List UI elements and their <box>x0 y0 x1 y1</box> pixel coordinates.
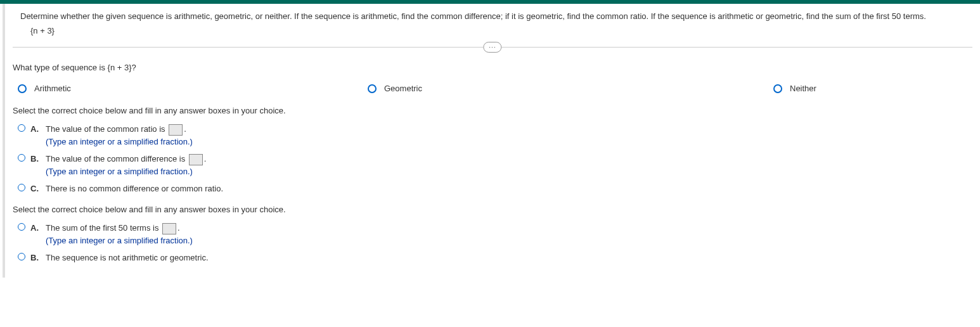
option-neither[interactable]: Neither <box>773 84 816 93</box>
choice-hint: (Type an integer or a simplified fractio… <box>46 236 972 245</box>
option-label: Geometric <box>384 84 422 93</box>
part2-instruction: Select the correct choice below and fill… <box>13 106 972 115</box>
part3-choice-a[interactable]: A. The sum of the first 50 terms is . (T… <box>13 223 972 245</box>
radio-icon <box>18 124 25 132</box>
radio-icon <box>18 184 25 191</box>
section-divider: ··· <box>13 47 972 48</box>
choice-text: There is no common difference or common … <box>46 184 223 193</box>
part2-choice-b[interactable]: B. The value of the common difference is… <box>13 154 972 176</box>
question-prompt: Determine whether the given sequence is … <box>13 11 972 21</box>
sequence-type-options: Arithmetic Geometric Neither <box>13 84 972 93</box>
choice-hint: (Type an integer or a simplified fractio… <box>46 137 972 146</box>
choice-text: The sequence is not arithmetic or geomet… <box>46 253 209 262</box>
choice-text-before: The sum of the first 50 terms is <box>46 223 161 233</box>
choice-text-after: . <box>177 223 180 233</box>
option-arithmetic[interactable]: Arithmetic <box>13 84 368 93</box>
radio-icon <box>18 223 25 231</box>
expand-button[interactable]: ··· <box>483 42 501 53</box>
choice-letter: B. <box>30 253 42 262</box>
common-difference-input[interactable] <box>189 154 203 165</box>
part2-choice-a[interactable]: A. The value of the common ratio is . (T… <box>13 124 972 146</box>
option-geometric[interactable]: Geometric <box>368 84 773 93</box>
question-content: Determine whether the given sequence is … <box>3 4 980 278</box>
option-label: Arithmetic <box>34 84 71 93</box>
radio-icon <box>18 253 25 260</box>
sum-input[interactable] <box>162 223 176 234</box>
common-ratio-input[interactable] <box>169 124 183 136</box>
choice-text-after: . <box>184 124 186 134</box>
choice-letter: A. <box>30 124 42 134</box>
option-label: Neither <box>790 84 816 93</box>
choice-text-before: The value of the common ratio is <box>46 124 167 134</box>
sequence-expression: {n + 3} <box>13 26 972 35</box>
radio-icon <box>18 84 27 93</box>
choice-letter: C. <box>30 184 42 193</box>
part2-choice-c[interactable]: C. There is no common difference or comm… <box>13 184 972 193</box>
part3-instruction: Select the correct choice below and fill… <box>13 205 972 214</box>
radio-icon <box>18 154 25 162</box>
radio-icon <box>773 84 782 93</box>
choice-text-before: The value of the common difference is <box>46 154 188 164</box>
choice-text-after: . <box>204 154 207 164</box>
choice-letter: A. <box>30 223 42 233</box>
part3-choice-b[interactable]: B. The sequence is not arithmetic or geo… <box>13 253 972 262</box>
choice-hint: (Type an integer or a simplified fractio… <box>46 167 972 176</box>
radio-icon <box>368 84 377 93</box>
choice-letter: B. <box>30 154 42 164</box>
part1-question: What type of sequence is {n + 3}? <box>13 63 972 72</box>
